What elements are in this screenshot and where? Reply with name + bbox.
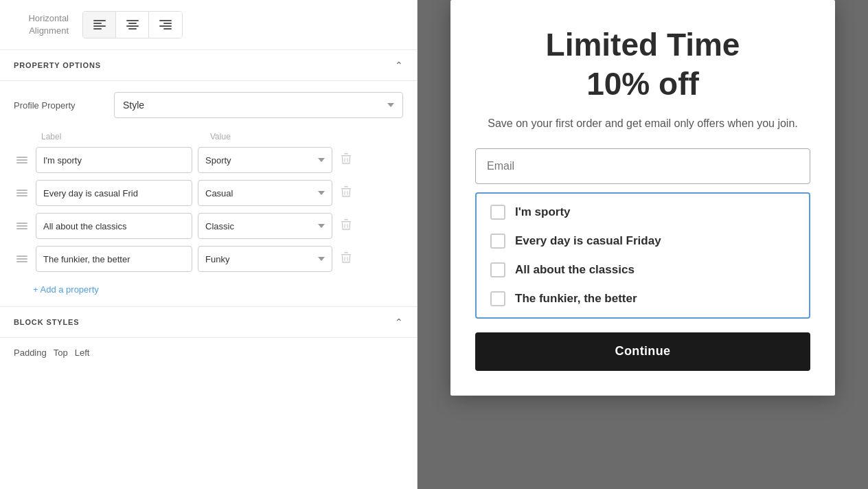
svg-rect-12	[341, 155, 351, 157]
checkbox-group: I'm sporty Every day is casual Friday Al…	[475, 192, 810, 319]
property-rows-container: Sporty Casual	[14, 147, 403, 272]
value-select-1[interactable]: Casual	[198, 180, 332, 206]
property-row: Casual	[14, 180, 403, 206]
block-styles-title: BLOCK STYLES	[14, 318, 80, 326]
svg-rect-1	[93, 23, 102, 24]
alignment-buttons	[82, 11, 183, 38]
align-center-button[interactable]	[116, 12, 149, 38]
profile-property-select[interactable]: Style	[114, 92, 403, 118]
delete-button-1[interactable]	[338, 183, 354, 204]
checkbox-2[interactable]	[490, 262, 505, 277]
checkbox-item-3[interactable]: The funkier, the better	[490, 284, 795, 306]
svg-rect-17	[344, 186, 348, 187]
svg-rect-2	[93, 25, 106, 27]
alignment-section: Horizontal Alignment	[0, 0, 417, 50]
property-options-content: Profile Property Style Label Value Sport…	[0, 81, 417, 307]
label-input-3[interactable]	[36, 246, 192, 272]
modal-card: Limited Time 10% off Save on your first …	[450, 0, 835, 396]
label-input-1[interactable]	[36, 180, 192, 206]
checkbox-label-3: The funkier, the better	[515, 292, 637, 306]
checkbox-1[interactable]	[490, 234, 505, 249]
svg-rect-10	[159, 25, 172, 27]
checkbox-item-2[interactable]: All about the classics	[490, 255, 795, 284]
block-styles-chevron: ⌃	[395, 317, 403, 328]
checkbox-0[interactable]	[490, 205, 505, 220]
svg-rect-6	[126, 25, 139, 27]
modal-title: Limited Time	[475, 27, 810, 62]
drag-handle-1[interactable]	[14, 187, 30, 199]
delete-button-2[interactable]	[338, 216, 354, 237]
profile-property-label: Profile Property	[14, 100, 103, 111]
right-panel: Limited Time 10% off Save on your first …	[418, 0, 868, 489]
property-options-title: PROPERTY OPTIONS	[14, 61, 101, 69]
padding-label: Padding	[14, 348, 47, 358]
padding-row: Padding Top Left	[14, 348, 403, 358]
svg-rect-13	[344, 153, 348, 155]
delete-button-0[interactable]	[338, 150, 354, 171]
label-column-header: Label	[41, 132, 199, 141]
svg-rect-21	[344, 219, 348, 220]
property-row: Sporty	[14, 147, 403, 173]
svg-rect-16	[341, 188, 351, 190]
svg-rect-24	[341, 254, 351, 255]
profile-property-row: Profile Property Style	[14, 92, 403, 118]
svg-rect-5	[128, 23, 137, 24]
checkbox-label-0: I'm sporty	[515, 205, 571, 219]
modal-discount: 10% off	[475, 65, 810, 103]
value-select-3[interactable]: Funky	[198, 246, 332, 272]
property-row: Funky	[14, 246, 403, 272]
property-options-chevron: ⌃	[395, 60, 403, 71]
delete-button-3[interactable]	[338, 249, 354, 270]
padding-top-label: Top	[54, 348, 68, 358]
padding-left-label: Left	[75, 348, 90, 358]
svg-rect-11	[163, 28, 172, 30]
checkbox-3[interactable]	[490, 291, 505, 306]
left-panel: Horizontal Alignment	[0, 0, 418, 489]
property-options-header[interactable]: PROPERTY OPTIONS ⌃	[0, 50, 417, 81]
property-row: Classic	[14, 213, 403, 239]
add-property-link[interactable]: + Add a property	[33, 284, 99, 295]
drag-handle-0[interactable]	[14, 154, 30, 166]
checkbox-label-2: All about the classics	[515, 263, 635, 277]
align-right-button[interactable]	[149, 12, 182, 38]
columns-header: Label Value	[14, 132, 403, 147]
drag-handle-2[interactable]	[14, 220, 30, 232]
block-styles-header[interactable]: BLOCK STYLES ⌃	[0, 307, 417, 338]
block-styles-content: Padding Top Left	[0, 338, 417, 367]
checkbox-item-0[interactable]: I'm sporty	[490, 205, 795, 227]
value-column-header: Value	[210, 132, 231, 141]
value-select-0[interactable]: Sporty	[198, 147, 332, 173]
align-left-button[interactable]	[83, 12, 116, 38]
continue-button[interactable]: Continue	[475, 332, 810, 371]
checkbox-label-1: Every day is casual Friday	[515, 234, 661, 248]
checkbox-item-1[interactable]: Every day is casual Friday	[490, 227, 795, 255]
email-input[interactable]	[475, 148, 810, 184]
svg-rect-20	[341, 221, 351, 223]
value-select-2[interactable]: Classic	[198, 213, 332, 239]
svg-rect-4	[126, 20, 139, 21]
label-input-0[interactable]	[36, 147, 192, 173]
svg-rect-7	[128, 28, 137, 30]
modal-subtitle: Save on your first order and get email o…	[475, 115, 810, 132]
svg-rect-8	[159, 20, 172, 21]
label-input-2[interactable]	[36, 213, 192, 239]
drag-handle-3[interactable]	[14, 253, 30, 265]
svg-rect-25	[344, 252, 348, 253]
svg-rect-9	[163, 23, 172, 24]
svg-rect-3	[93, 28, 102, 30]
svg-rect-0	[93, 20, 106, 21]
alignment-label: Horizontal Alignment	[14, 12, 69, 37]
